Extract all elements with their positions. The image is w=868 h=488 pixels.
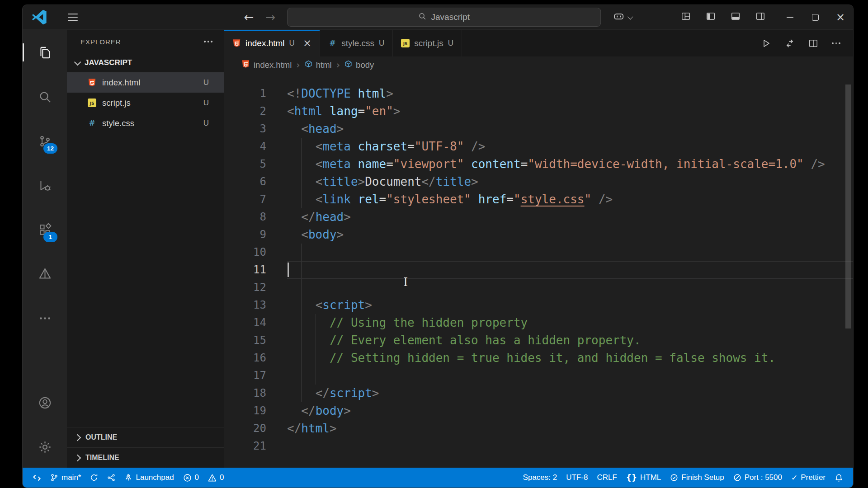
settings-button[interactable] (34, 436, 56, 458)
code-editor[interactable]: 1<!DOCTYPE html>2<html lang="en">3 <head… (224, 73, 853, 468)
modified-indicator: U (448, 39, 453, 48)
close-button[interactable]: × (828, 5, 853, 29)
toggle-primary-sidebar-icon[interactable] (706, 11, 716, 23)
file-item-index-html[interactable]: index.htmlU (67, 72, 224, 93)
status-graph[interactable] (103, 468, 120, 488)
status-launchpad[interactable]: Launchpad (120, 468, 178, 488)
line-number: 21 (224, 437, 287, 455)
status-bar: main*Launchpad00 Spaces: 2UTF-8CRLF{}HTM… (23, 468, 853, 488)
activity-more-button[interactable] (34, 307, 56, 329)
text-caret (288, 263, 289, 277)
status-warnings[interactable]: 0 (203, 468, 228, 488)
status-live-server-port[interactable]: Port : 5500 (729, 468, 787, 488)
more-actions-icon[interactable] (832, 42, 840, 44)
css-file-icon: # (328, 39, 337, 47)
editor-actions (761, 30, 853, 56)
vscode-logo-icon (32, 9, 47, 25)
status-finish-setup[interactable]: Finish Setup (665, 468, 729, 488)
code-line: 15 // Every element also has a hidden pr… (224, 332, 853, 349)
tab-script-js[interactable]: JSscript.jsU (393, 30, 462, 56)
breadcrumb-item-index-html[interactable]: index.html (241, 60, 292, 70)
code-text (287, 437, 853, 455)
tab-label: index.html (245, 38, 285, 48)
activity-extensions-button[interactable]: 1 (34, 219, 56, 240)
code-text (287, 367, 853, 385)
line-number: 12 (224, 279, 287, 296)
outline-section[interactable]: OUTLINE (67, 427, 224, 447)
code-text: </script> (287, 385, 853, 402)
activity-run-debug-button[interactable] (34, 174, 56, 196)
status-notifications[interactable] (830, 468, 848, 488)
folder-section-javascript[interactable]: JAVASCRIPT (67, 53, 224, 72)
status-prettier[interactable]: ✓Prettier (787, 468, 830, 488)
copilot-icon (613, 10, 625, 24)
file-item-script-js[interactable]: JSscript.jsU (67, 93, 224, 113)
activity-search-button[interactable] (34, 86, 56, 108)
activity-source-control-button[interactable]: 12 (34, 130, 56, 152)
status-label: Spaces: 2 (523, 473, 557, 482)
customize-layout-icon[interactable] (681, 11, 691, 23)
sync-icon (90, 474, 98, 482)
split-editor-icon[interactable] (808, 38, 818, 48)
status-eol[interactable]: CRLF (592, 468, 621, 488)
tab-index-html[interactable]: index.htmlU× (224, 30, 320, 56)
run-button[interactable] (761, 38, 771, 48)
line-number: 11 (224, 261, 287, 279)
status-remote[interactable] (28, 468, 46, 488)
toggle-secondary-sidebar-icon[interactable] (755, 11, 765, 23)
activity-explorer-button[interactable] (34, 42, 56, 63)
code-line: 6 <title>Document</title> (224, 173, 853, 191)
modified-indicator: U (289, 39, 295, 48)
code-text: <head> (287, 120, 853, 138)
extensions-badge: 1 (43, 232, 57, 242)
close-icon[interactable]: × (303, 38, 311, 48)
menu-icon[interactable] (68, 14, 78, 21)
ellipsis-icon (38, 311, 52, 325)
scrollbar-thumb[interactable] (845, 84, 851, 328)
compare-changes-icon[interactable] (785, 38, 795, 48)
activity-prism-button[interactable] (34, 263, 56, 285)
copilot-button[interactable] (613, 10, 632, 24)
file-item-style-css[interactable]: #style.cssU (67, 113, 224, 133)
line-number: 19 (224, 402, 287, 420)
status-errors[interactable]: 0 (179, 468, 203, 488)
account-icon (38, 396, 52, 410)
html-file-icon (241, 60, 250, 70)
svg-text:#: # (89, 119, 95, 127)
timeline-section[interactable]: TIMELINE (67, 447, 224, 468)
search-box[interactable]: Javascript (287, 8, 601, 27)
back-arrow-icon[interactable]: ← (244, 11, 254, 23)
status-language-mode[interactable]: {}HTML (622, 468, 666, 488)
gear-icon (38, 440, 52, 454)
circle-check-icon (670, 474, 678, 482)
breadcrumb-item-html[interactable]: html (305, 60, 332, 70)
search-icon (38, 90, 52, 104)
status-encoding[interactable]: UTF-8 (561, 468, 592, 488)
svg-text:#: # (330, 39, 336, 47)
status-label: CRLF (597, 473, 617, 482)
status-indentation[interactable]: Spaces: 2 (519, 468, 562, 488)
code-line: 10 (224, 244, 853, 261)
line-number: 10 (224, 244, 287, 261)
toggle-panel-icon[interactable] (731, 11, 741, 23)
git-status-badge: U (203, 78, 209, 87)
account-button[interactable] (34, 392, 56, 413)
tab-style-css[interactable]: #style.cssU (320, 30, 393, 56)
status-branch[interactable]: main* (46, 468, 85, 488)
code-text (287, 261, 853, 279)
status-sync[interactable] (85, 468, 103, 488)
code-line: 16 // Setting hidden = true hides it, an… (224, 349, 853, 367)
more-actions-icon[interactable] (204, 41, 212, 42)
circle-slash-icon (733, 474, 741, 482)
line-number: 8 (224, 208, 287, 226)
breadcrumb-item-body[interactable]: body (344, 60, 374, 70)
line-number: 9 (224, 226, 287, 244)
minimize-button[interactable] (777, 5, 802, 29)
line-number: 20 (224, 420, 287, 437)
code-text: // Setting hidden = true hides it, and h… (287, 349, 853, 367)
status-label: 0 (195, 473, 199, 482)
forward-arrow-icon[interactable]: → (266, 11, 276, 23)
scm-badge: 12 (43, 143, 57, 154)
maximize-button[interactable] (802, 5, 828, 29)
tab-list: index.htmlU×#style.cssUJSscript.jsU (224, 30, 462, 56)
